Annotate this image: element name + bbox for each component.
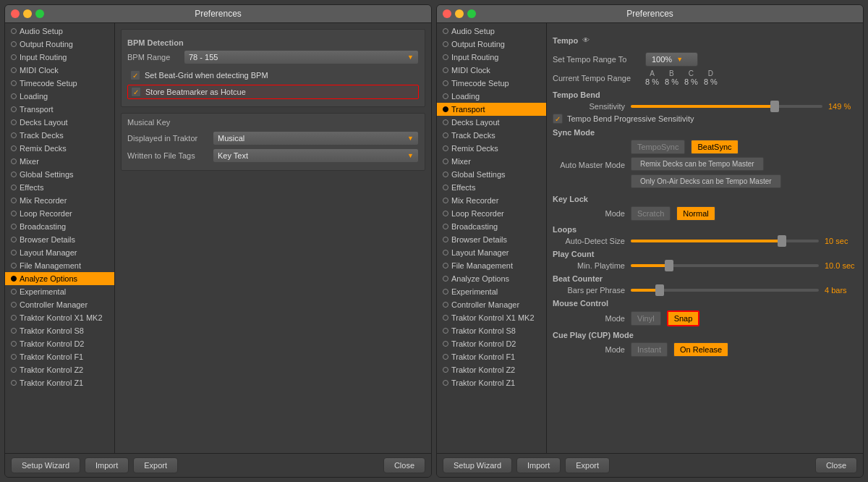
window2-minimize-traffic-light[interactable] [455,9,464,18]
sidebar1-item-decks-layout[interactable]: Decks Layout [5,116,114,129]
sidebar2-item-traktor-kontrol-z2[interactable]: Traktor Kontrol Z2 [437,363,546,376]
sidebar2-item-timecode-setup[interactable]: Timecode Setup [437,77,546,90]
window2-import-button[interactable]: Import [516,457,561,473]
sidebar1-label-25: Traktor Kontrol F1 [20,352,83,361]
sidebar1-item-effects[interactable]: Effects [5,181,114,194]
sidebar2-item-browser-details[interactable]: Browser Details [437,233,546,246]
beat-sync-button[interactable]: BeatSync [691,140,738,154]
sidebar1-item-output-routing[interactable]: Output Routing [5,38,114,51]
sidebar2-item-audio-setup[interactable]: Audio Setup [437,25,546,38]
snap-button[interactable]: Snap [667,310,700,326]
sidebar2-item-experimental[interactable]: Experimental [437,285,546,298]
set-beatgrid-checkbox[interactable]: ✓ [130,70,140,80]
sidebar2-item-traktor-kontrol-s8[interactable]: Traktor Kontrol S8 [437,324,546,337]
sidebar2-item-loading[interactable]: Loading [437,90,546,103]
sidebar2-item-mix-recorder[interactable]: Mix Recorder [437,194,546,207]
progressive-sensitivity-checkbox[interactable]: ✓ [553,114,563,124]
vinyl-button[interactable]: Vinyl [631,311,661,326]
sidebar1-item-traktor-kontrol-s8[interactable]: Traktor Kontrol S8 [5,324,114,337]
sidebar2-label-8: Track Decks [451,131,495,140]
sidebar1-item-loading[interactable]: Loading [5,90,114,103]
sidebar2-item-traktor-kontrol-x1-mk2[interactable]: Traktor Kontrol X1 MK2 [437,311,546,324]
sidebar1-item-input-routing[interactable]: Input Routing [5,51,114,64]
sidebar1-label-13: Mix Recorder [20,196,67,205]
sidebar1-item-global-settings[interactable]: Global Settings [5,168,114,181]
sidebar2-item-broadcasting[interactable]: Broadcasting [437,220,546,233]
window2-maximize-traffic-light[interactable] [467,9,476,18]
sidebar1-item-controller-manager[interactable]: Controller Manager [5,298,114,311]
file-dropdown[interactable]: Key Text ▼ [213,148,419,163]
window1-close-button[interactable]: Close [383,457,425,473]
sidebar1-item-transport[interactable]: Transport [5,103,114,116]
sidebar1-item-remix-decks[interactable]: Remix Decks [5,142,114,155]
sidebar2-item-traktor-kontrol-z1[interactable]: Traktor Kontrol Z1 [437,376,546,389]
sidebar2-item-file-management[interactable]: File Management [437,259,546,272]
sidebar2-item-controller-manager[interactable]: Controller Manager [437,298,546,311]
sidebar2-bullet-8 [443,132,448,138]
window2-export-button[interactable]: Export [565,457,610,473]
sidebar1-item-traktor-kontrol-z1[interactable]: Traktor Kontrol Z1 [5,376,114,389]
sidebar1-item-analyze-options[interactable]: Analyze Options [5,272,114,285]
sidebar1-item-browser-details[interactable]: Browser Details [5,233,114,246]
bpm-range-dropdown[interactable]: 78 - 155 ▼ [184,50,419,64]
scratch-button[interactable]: Scratch [631,206,671,221]
sidebar2-bullet-7 [443,119,448,125]
tempo-sync-button[interactable]: TempoSync [631,140,685,154]
sidebar1-item-track-decks[interactable]: Track Decks [5,129,114,142]
sidebar1-item-traktor-kontrol-z2[interactable]: Traktor Kontrol Z2 [5,363,114,376]
displayed-dropdown[interactable]: Musical ▼ [213,131,419,145]
minimize-traffic-light[interactable] [23,9,32,18]
sidebar2-bullet-21 [443,302,448,308]
set-tempo-dropdown[interactable]: 100% ▼ [645,52,698,67]
sidebar2-bullet-24 [443,341,448,347]
sidebar2-item-decks-layout[interactable]: Decks Layout [437,116,546,129]
sidebar2-item-effects[interactable]: Effects [437,181,546,194]
store-beatmarker-checkbox[interactable]: ✓ [131,87,141,97]
sidebar1-item-traktor-kontrol-x1-mk2[interactable]: Traktor Kontrol X1 MK2 [5,311,114,324]
window1-import-button[interactable]: Import [85,457,129,473]
instant-button[interactable]: Instant [631,342,668,357]
auto-master-btn2[interactable]: Only On-Air Decks can be Tempo Master [631,174,781,188]
close-traffic-light[interactable] [11,9,20,18]
sidebar2-item-loop-recorder[interactable]: Loop Recorder [437,207,546,220]
sidebar2-item-layout-manager[interactable]: Layout Manager [437,246,546,259]
window2-close-traffic-light[interactable] [443,9,451,18]
normal-button[interactable]: Normal [676,206,715,221]
sidebar2-item-global-settings[interactable]: Global Settings [437,168,546,181]
sidebar1-item-midi-clock[interactable]: MIDI Clock [5,64,114,77]
sidebar2-item-analyze-options[interactable]: Analyze Options [437,272,546,285]
auto-master-btn1[interactable]: Remix Decks can be Tempo Master [631,157,764,171]
sidebar1-item-audio-setup[interactable]: Audio Setup [5,25,114,38]
on-release-button[interactable]: On Release [673,342,728,357]
sidebar2-item-mixer[interactable]: Mixer [437,155,546,168]
sidebar1-item-layout-manager[interactable]: Layout Manager [5,246,114,259]
sidebar1-item-traktor-kontrol-d2[interactable]: Traktor Kontrol D2 [5,337,114,350]
sidebar1-item-mix-recorder[interactable]: Mix Recorder [5,194,114,207]
sidebar1-item-timecode-setup[interactable]: Timecode Setup [5,77,114,90]
window1-setup-wizard-button[interactable]: Setup Wizard [11,457,80,473]
sidebar1-label-2: Input Routing [20,53,67,62]
sidebar2-item-traktor-kontrol-d2[interactable]: Traktor Kontrol D2 [437,337,546,350]
sidebar1-item-mixer[interactable]: Mixer [5,155,114,168]
window2-close-button[interactable]: Close [815,457,857,473]
sidebar2-item-traktor-kontrol-f1[interactable]: Traktor Kontrol F1 [437,350,546,363]
sidebar2-item-remix-decks[interactable]: Remix Decks [437,142,546,155]
sidebar2-item-midi-clock[interactable]: MIDI Clock [437,64,546,77]
sidebar2-item-transport[interactable]: Transport [437,103,546,116]
sidebar1-item-broadcasting[interactable]: Broadcasting [5,220,114,233]
tempo-section: Tempo 👁 Set Tempo Range To 100% ▼ Curren… [553,29,857,363]
sidebar1-item-experimental[interactable]: Experimental [5,285,114,298]
sidebar1-item-traktor-kontrol-f1[interactable]: Traktor Kontrol F1 [5,350,114,363]
window2-setup-wizard-button[interactable]: Setup Wizard [443,457,512,473]
maximize-traffic-light[interactable] [35,9,44,18]
sidebar1-item-loop-recorder[interactable]: Loop Recorder [5,207,114,220]
bpm-range-label: BPM Range [127,53,178,62]
sidebar2-item-output-routing[interactable]: Output Routing [437,38,546,51]
sidebar1-bullet-17 [11,250,17,255]
sidebar2-item-track-decks[interactable]: Track Decks [437,129,546,142]
window1-body: Audio SetupOutput RoutingInput RoutingMI… [5,23,431,453]
window1-export-button[interactable]: Export [133,457,178,473]
sidebar1-bullet-14 [11,211,17,216]
sidebar1-item-file-management[interactable]: File Management [5,259,114,272]
sidebar2-item-input-routing[interactable]: Input Routing [437,51,546,64]
